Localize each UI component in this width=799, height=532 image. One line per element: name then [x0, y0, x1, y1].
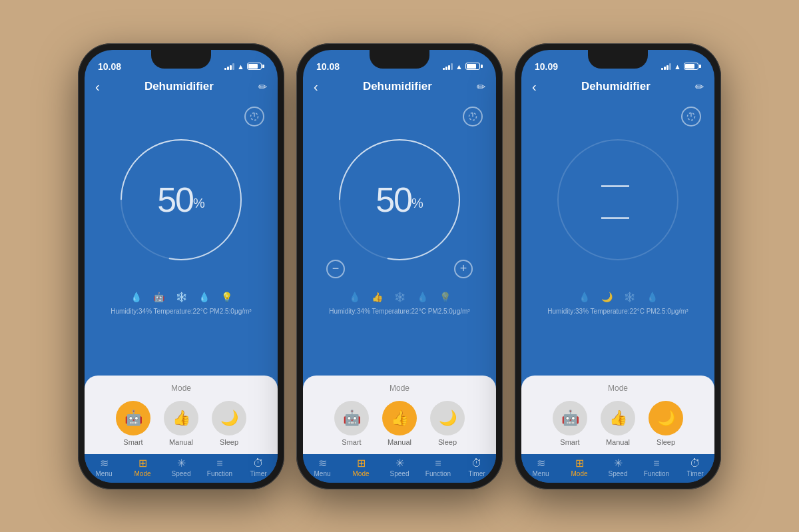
notch-2 — [370, 50, 429, 69]
mode-name-smart-1: Smart — [123, 438, 142, 446]
bottom-panel-2: Mode 🤖 Smart 👍 — [303, 376, 496, 454]
nav-item-timer-2[interactable]: ⏱ Timer — [460, 458, 493, 477]
nav-label-menu-3: Menu — [532, 470, 549, 477]
wifi-icon-1: ▲ — [237, 63, 244, 71]
wifi-icon-3: ▲ — [674, 63, 681, 71]
sensor-icons-3: 💧 🌙 ❄️ 💧 — [576, 289, 660, 305]
edit-button-2[interactable]: ✏ — [477, 81, 485, 93]
svg-text:💧: 💧 — [417, 292, 429, 303]
power-button-1[interactable] — [244, 107, 264, 127]
nav-item-speed-1[interactable]: ✳ Speed — [164, 458, 198, 477]
nav-icon-menu-3: ≋ — [537, 458, 545, 469]
sensor-icon-wind-2: ❄️ — [392, 289, 407, 305]
mode-buttons-2: 🤖 Smart 👍 Manual — [314, 401, 485, 454]
nav-label-timer-3: Timer — [686, 470, 703, 477]
nav-label-function-2: Function — [425, 470, 451, 477]
power-button-3[interactable] — [681, 107, 701, 127]
power-button-2[interactable] — [463, 107, 483, 127]
sensor-icon-ai-1: 🤖 — [150, 289, 166, 305]
nav-icon-speed-2: ✳ — [396, 458, 404, 469]
bottom-panel-3: Mode 🤖 Smart 👍 — [521, 376, 714, 454]
battery-icon-3 — [684, 63, 701, 70]
mode-icon-manual-2: 👍 — [382, 401, 417, 435]
signal-icon-1 — [224, 63, 234, 70]
phone-screen-2: 10.08 ▲ ‹ Dehumidifier ✏ — [303, 50, 496, 483]
bottom-panel-1: Mode 🤖 Smart 👍 — [85, 376, 278, 454]
edit-button-1[interactable]: ✏ — [258, 81, 267, 93]
nav-item-menu-3[interactable]: ≋ Menu — [524, 458, 557, 477]
gauge-value-1: 50% — [157, 182, 205, 217]
status-icons-3: ▲ — [661, 63, 701, 71]
nav-icon-function-2: ≡ — [435, 458, 441, 469]
nav-item-speed-3[interactable]: ✳ Speed — [601, 458, 635, 477]
nav-item-menu-1[interactable]: ≋ Menu — [87, 458, 121, 477]
nav-item-mode-2[interactable]: ⊞ Mode — [344, 458, 378, 477]
gauge-1: 50% — [115, 133, 248, 266]
mode-btn-sleep-3[interactable]: 🌙 Sleep — [649, 401, 683, 446]
back-button-2[interactable]: ‹ — [314, 79, 318, 95]
mode-btn-manual-3[interactable]: 👍 Manual — [601, 401, 635, 446]
panel-label-1: Mode — [95, 384, 267, 393]
mode-name-smart-3: Smart — [560, 438, 579, 446]
svg-text:❄️: ❄️ — [394, 292, 406, 303]
nav-label-speed-2: Speed — [390, 470, 409, 477]
mode-name-manual-1: Manual — [169, 438, 193, 446]
back-button-3[interactable]: ‹ — [532, 79, 537, 95]
back-button-1[interactable]: ‹ — [95, 79, 100, 95]
mode-btn-sleep-2[interactable]: 🌙 Sleep — [430, 401, 465, 446]
nav-icon-timer-2: ⏱ — [471, 458, 482, 469]
nav-item-menu-2[interactable]: ≋ Menu — [306, 458, 339, 477]
mode-icon-sleep-3: 🌙 — [649, 401, 683, 435]
nav-label-menu-1: Menu — [95, 470, 112, 477]
nav-item-mode-3[interactable]: ⊞ Mode — [563, 458, 596, 477]
mode-btn-smart-2[interactable]: 🤖 Smart — [334, 401, 369, 446]
notch-1 — [151, 50, 211, 69]
svg-text:❄️: ❄️ — [624, 292, 636, 303]
sensor-icon-droplet-3: 💧 — [576, 289, 592, 305]
nav-label-menu-2: Menu — [314, 470, 330, 477]
sensor-icon-bulb-1: 💡 — [218, 289, 234, 305]
battery-icon-1 — [247, 63, 264, 70]
svg-text:🌙: 🌙 — [601, 292, 613, 303]
phone-3: 10.09 ▲ ‹ Dehumidifier ✏ — [515, 43, 721, 489]
nav-item-function-3[interactable]: ≡ Function — [640, 458, 673, 477]
sensor-icons-1: 💧 🤖 ❄️ 💧 — [128, 289, 234, 305]
sensor-icon-droplet2-2: 💧 — [414, 289, 430, 305]
sensor-icon-droplet2-1: 💧 — [196, 289, 212, 305]
nav-item-timer-3[interactable]: ⏱ Timer — [678, 458, 712, 477]
mode-btn-smart-3[interactable]: 🤖 Smart — [553, 401, 587, 446]
nav-item-function-2[interactable]: ≡ Function — [421, 458, 455, 477]
mode-icon-smart-3: 🤖 — [553, 401, 587, 435]
panel-label-3: Mode — [532, 384, 704, 393]
nav-label-speed-1: Speed — [172, 470, 191, 477]
sensor-icon-wind-1: ❄️ — [173, 289, 189, 305]
sensor-icon-droplet2-3: 💧 — [644, 289, 660, 305]
mode-btn-smart-1[interactable]: 🤖 Smart — [116, 401, 150, 446]
nav-item-mode-1[interactable]: ⊞ Mode — [126, 458, 159, 477]
status-time-2: 10.08 — [316, 61, 340, 72]
nav-label-function-1: Function — [207, 470, 232, 477]
nav-label-mode-3: Mode — [571, 470, 587, 477]
mode-icon-smart-1: 🤖 — [116, 401, 150, 435]
svg-text:💧: 💧 — [131, 292, 142, 303]
nav-item-function-1[interactable]: ≡ Function — [203, 458, 236, 477]
svg-text:🤖: 🤖 — [153, 292, 165, 303]
phone-2: 10.08 ▲ ‹ Dehumidifier ✏ — [296, 43, 503, 489]
nav-item-timer-1[interactable]: ⏱ Timer — [242, 458, 275, 477]
mode-icon-sleep-1: 🌙 — [212, 401, 246, 435]
nav-item-speed-2[interactable]: ✳ Speed — [383, 458, 416, 477]
mode-icon-manual-1: 👍 — [164, 401, 198, 435]
status-time-1: 10.08 — [98, 61, 121, 72]
top-nav-1: ‹ Dehumidifier ✏ — [85, 77, 278, 100]
edit-button-3[interactable]: ✏ — [695, 81, 704, 93]
mode-btn-manual-1[interactable]: 👍 Manual — [164, 401, 198, 446]
main-content-1: 50% 💧 🤖 — [85, 100, 278, 376]
sensor-icon-moon-3: 🌙 — [599, 289, 615, 305]
mode-btn-manual-2[interactable]: 👍 Manual — [382, 401, 417, 446]
nav-label-speed-3: Speed — [609, 470, 628, 477]
mode-icon-sleep-2: 🌙 — [430, 401, 465, 435]
mode-icon-smart-2: 🤖 — [334, 401, 369, 435]
sensor-readings-1: Humidity:34% Temperature:22°C PM2.5:0μg/… — [111, 308, 251, 315]
mode-name-manual-3: Manual — [606, 438, 630, 446]
mode-btn-sleep-1[interactable]: 🌙 Sleep — [212, 401, 246, 446]
